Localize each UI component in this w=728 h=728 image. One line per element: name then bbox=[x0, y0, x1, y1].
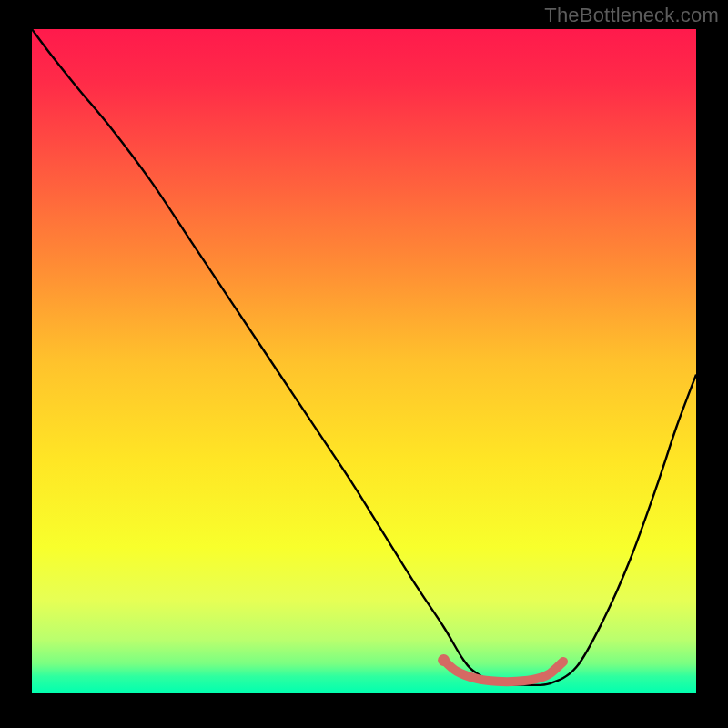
valley-marker-line bbox=[444, 661, 563, 682]
bottleneck-curve bbox=[32, 29, 696, 685]
plot-area bbox=[32, 29, 696, 693]
valley-marker-dot bbox=[438, 654, 450, 666]
chart-frame: TheBottleneck.com bbox=[0, 0, 728, 728]
watermark-text: TheBottleneck.com bbox=[544, 4, 719, 27]
curve-layer bbox=[32, 29, 696, 693]
